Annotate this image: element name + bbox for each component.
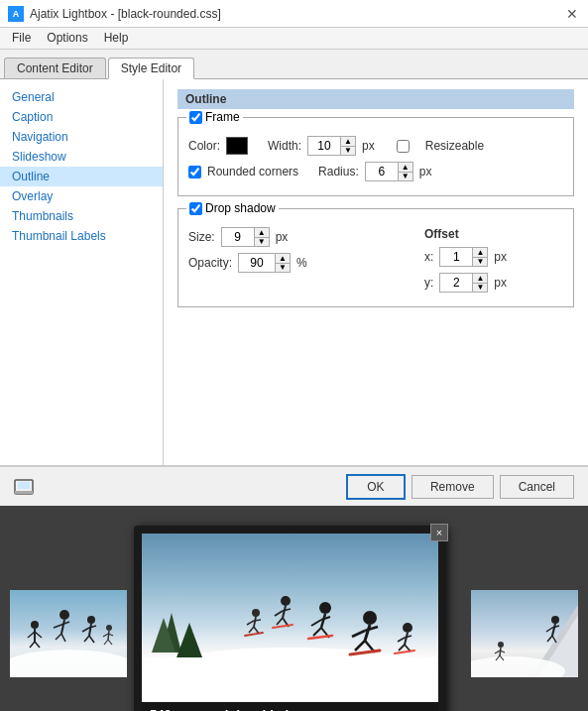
svg-point-35 xyxy=(551,616,559,624)
drop-shadow-group-label: Drop shadow xyxy=(186,201,279,218)
svg-rect-4 xyxy=(18,482,30,489)
lightbox-image xyxy=(142,533,438,702)
x-down-button[interactable]: ▼ xyxy=(473,257,487,266)
sidebar-item-navigation[interactable]: Navigation xyxy=(0,127,163,147)
frame-label: Frame xyxy=(205,110,240,124)
size-down-button[interactable]: ▼ xyxy=(255,237,269,246)
size-px-label: px xyxy=(276,230,289,244)
section-title: Outline xyxy=(177,89,574,109)
y-up-button[interactable]: ▲ xyxy=(473,274,487,283)
opacity-label: Opacity: xyxy=(188,256,232,270)
y-input[interactable]: 2 xyxy=(440,274,472,292)
menu-file[interactable]: File xyxy=(4,30,39,47)
x-up-button[interactable]: ▲ xyxy=(473,248,487,257)
resizeable-label: Resizeable xyxy=(425,139,484,153)
resizeable-checkbox[interactable] xyxy=(397,140,410,153)
lightbox: × xyxy=(134,526,446,711)
svg-line-26 xyxy=(108,631,109,640)
opacity-down-button[interactable]: ▼ xyxy=(276,263,290,272)
menu-options[interactable]: Options xyxy=(39,30,95,47)
offset-label: Offset xyxy=(424,227,563,241)
svg-point-59 xyxy=(319,602,331,614)
color-swatch[interactable] xyxy=(226,137,248,155)
frame-group-label: Frame xyxy=(186,110,243,127)
x-spinner: 1 ▲ ▼ xyxy=(439,247,488,267)
ok-button[interactable]: OK xyxy=(346,474,406,500)
rounded-corners-checkbox[interactable] xyxy=(188,166,201,178)
x-px-label: px xyxy=(494,250,507,264)
y-down-button[interactable]: ▼ xyxy=(473,283,487,292)
width-up-button[interactable]: ▲ xyxy=(341,137,355,146)
drop-shadow-checkbox-inline: Drop shadow xyxy=(189,201,276,215)
radius-spinner: 6 ▲ ▼ xyxy=(365,162,413,181)
lightbox-close-button[interactable]: × xyxy=(430,524,448,541)
width-px-label: px xyxy=(362,139,375,153)
svg-point-41 xyxy=(498,642,504,648)
opacity-input[interactable]: 90 xyxy=(239,254,275,272)
y-label: y: xyxy=(424,276,433,290)
sidebar-item-caption[interactable]: Caption xyxy=(0,107,163,127)
svg-text:A: A xyxy=(13,9,20,19)
drop-shadow-checkbox[interactable] xyxy=(189,202,202,215)
svg-point-7 xyxy=(31,621,39,629)
size-spinner: 9 ▲ ▼ xyxy=(221,227,270,247)
cancel-button[interactable]: Cancel xyxy=(500,475,574,499)
color-width-row: Color: Width: 10 ▲ ▼ px Resizeable xyxy=(188,136,563,156)
width-down-button[interactable]: ▼ xyxy=(341,146,355,155)
size-input[interactable]: 9 xyxy=(222,228,254,246)
main-content: General Caption Navigation Slideshow Out… xyxy=(0,79,588,466)
opacity-up-button[interactable]: ▲ xyxy=(276,254,290,263)
svg-point-19 xyxy=(87,616,95,624)
x-spinner-buttons: ▲ ▼ xyxy=(472,248,487,266)
footer-left xyxy=(14,477,34,497)
svg-point-73 xyxy=(252,609,260,617)
menu-help[interactable]: Help xyxy=(96,30,137,47)
y-px-label: px xyxy=(494,276,507,290)
radius-label: Radius: xyxy=(318,165,359,178)
window-title: Ajatix Lightbox - [black-rounded.css] xyxy=(30,7,221,21)
menu-bar: File Options Help xyxy=(0,28,588,50)
svg-line-76 xyxy=(254,620,261,621)
radius-up-button[interactable]: ▲ xyxy=(399,163,412,172)
opacity-pct-label: % xyxy=(296,256,307,270)
radius-down-button[interactable]: ▼ xyxy=(399,172,412,180)
left-thumb-scene xyxy=(10,590,127,677)
frame-checkbox[interactable] xyxy=(189,111,202,124)
sidebar-item-thumbnail-labels[interactable]: Thumbnail Labels xyxy=(0,226,163,246)
sidebar-item-overlay[interactable]: Overlay xyxy=(0,186,163,206)
sidebar: General Caption Navigation Slideshow Out… xyxy=(0,79,164,465)
opacity-spinner-buttons: ▲ ▼ xyxy=(275,254,290,272)
sidebar-item-thumbnails[interactable]: Thumbnails xyxy=(0,206,163,226)
preview-area: × xyxy=(0,506,588,711)
rounded-corners-row: Rounded corners Radius: 6 ▲ ▼ px xyxy=(188,162,563,181)
opacity-spinner: 90 ▲ ▼ xyxy=(238,253,291,273)
sidebar-item-general[interactable]: General xyxy=(0,87,163,107)
app-icon: A xyxy=(8,6,24,22)
radius-input[interactable]: 6 xyxy=(366,163,398,180)
size-row: Size: 9 ▲ ▼ px xyxy=(188,227,405,247)
lightbox-caption-text: 540 nosegrab in a big jump xyxy=(150,707,316,711)
tab-style-editor[interactable]: Style Editor xyxy=(108,58,194,79)
preview-icon[interactable] xyxy=(14,477,34,497)
svg-rect-3 xyxy=(15,491,33,494)
sidebar-item-outline[interactable]: Outline xyxy=(0,167,163,186)
width-input[interactable]: 10 xyxy=(308,137,340,155)
y-spinner: 2 ▲ ▼ xyxy=(439,273,488,293)
frame-checkbox-inline: Frame xyxy=(189,110,240,124)
size-up-button[interactable]: ▲ xyxy=(255,228,269,237)
svg-point-25 xyxy=(106,625,112,631)
shadow-right-col: Offset x: 1 ▲ ▼ px xyxy=(424,227,563,298)
svg-point-52 xyxy=(363,611,377,625)
right-thumb-scene xyxy=(471,590,578,677)
remove-button[interactable]: Remove xyxy=(412,475,494,499)
svg-point-6 xyxy=(10,650,127,677)
right-panel: Outline Frame Color: Width: 10 ▲ ▼ xyxy=(164,79,588,465)
sidebar-item-slideshow[interactable]: Slideshow xyxy=(0,147,163,167)
close-button[interactable]: ✕ xyxy=(564,6,580,22)
x-label: x: xyxy=(424,250,433,264)
x-input[interactable]: 1 xyxy=(440,248,472,266)
frame-group: Frame Color: Width: 10 ▲ ▼ px Resizeable xyxy=(177,117,574,196)
tab-content-editor[interactable]: Content Editor xyxy=(4,58,106,78)
svg-point-66 xyxy=(281,596,291,606)
footer-bar: OK Remove Cancel xyxy=(0,466,588,506)
